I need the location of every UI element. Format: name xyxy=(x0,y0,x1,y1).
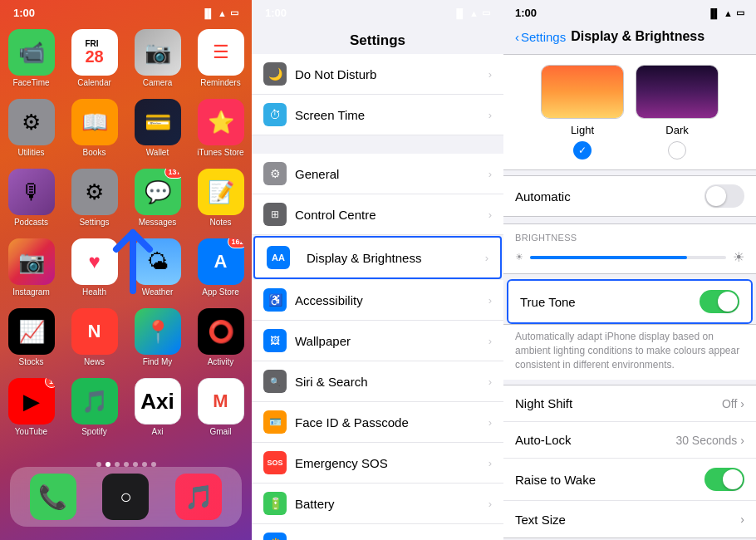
home-screen: 1:00 ▐▌ ▲ ▭ 📹 FaceTime FRI28 Calendar 📷 … xyxy=(0,0,252,540)
true-tone-label: True Tone xyxy=(520,295,576,309)
display-header: ‹ Settings Display & Brightness xyxy=(503,22,756,49)
light-mode-option[interactable]: Light ✓ xyxy=(541,65,624,160)
app-calendar[interactable]: FRI28 Calendar xyxy=(70,29,120,87)
text-size-value: › xyxy=(740,513,744,526)
appearance-section: Light ✓ Dark xyxy=(503,54,756,170)
app-notes[interactable]: 📝 Notes xyxy=(196,169,246,227)
dark-unselected-indicator xyxy=(668,141,686,160)
settings-row-faceid[interactable]: 🪪 Face ID & Passcode › xyxy=(252,402,503,443)
settings-row-privacy[interactable]: 🖐 Privacy › xyxy=(252,524,503,540)
settings-row-accessibility[interactable]: ♿ Accessibility › xyxy=(252,280,503,321)
battery-icon: ▭ xyxy=(482,7,490,18)
battery-row-icon: 🔋 xyxy=(263,492,287,515)
settings-time: 1:00 xyxy=(265,7,287,19)
dock-mirror[interactable]: ○ xyxy=(102,474,149,520)
display-status-bar: 1:00 ▐▌ ▲ ▭ xyxy=(503,0,756,22)
light-preview-image xyxy=(542,66,623,118)
settings-row-general[interactable]: ⚙ General › xyxy=(252,154,503,194)
app-books[interactable]: 📖 Books xyxy=(70,99,120,157)
home-status-bar: 1:00 ▐▌ ▲ ▭ xyxy=(0,0,252,22)
faceid-icon: 🪪 xyxy=(263,410,287,434)
app-wallet[interactable]: 💳 Wallet xyxy=(133,99,183,157)
tutorial-arrow xyxy=(83,208,166,307)
app-youtube[interactable]: ▶ 1 YouTube xyxy=(7,378,56,436)
true-tone-row[interactable]: True Tone xyxy=(507,279,753,324)
wifi-icon: ▲ xyxy=(218,8,227,18)
app-instagram[interactable]: 📷 Instagram xyxy=(7,238,56,297)
wifi-icon: ▲ xyxy=(469,8,479,18)
battery-icon: ▭ xyxy=(230,7,238,18)
brightness-low-icon: ☀ xyxy=(515,252,523,263)
app-utilities[interactable]: ⚙ Utilities xyxy=(7,99,56,157)
settings-title: Settings xyxy=(350,32,405,48)
automatic-toggle[interactable] xyxy=(704,184,744,208)
app-itunes[interactable]: ⭐ iTunes Store xyxy=(196,99,246,157)
brightness-slider[interactable]: ☀ ☀ xyxy=(515,249,744,265)
dark-preview xyxy=(636,65,719,119)
donotdisturb-icon: 🌙 xyxy=(263,62,287,86)
chevron-icon: › xyxy=(488,376,492,388)
brightness-section-label: BRIGHTNESS xyxy=(515,233,744,243)
dock-phone[interactable]: 📞 xyxy=(30,474,76,520)
display-time: 1:00 xyxy=(515,7,537,19)
app-facetime[interactable]: 📹 FaceTime xyxy=(7,29,56,87)
chevron-icon: › xyxy=(488,335,492,347)
controlcentre-icon: ⊞ xyxy=(263,203,287,226)
dock-music[interactable]: 🎵 xyxy=(175,474,222,520)
dark-mode-option[interactable]: Dark xyxy=(636,65,719,160)
chevron-icon: › xyxy=(485,252,488,264)
brightness-high-icon: ☀ xyxy=(733,249,744,265)
display-status-icons: ▐▌ ▲ ▭ xyxy=(708,7,744,19)
app-news[interactable]: N News xyxy=(70,308,120,366)
chevron-icon: › xyxy=(488,168,492,180)
settings-status-bar: 1:00 ▐▌ ▲ ▭ xyxy=(252,0,503,22)
app-appstore[interactable]: A 162 App Store xyxy=(196,238,246,297)
settings-rows-container: 🌙 Do Not Disturb › ⏱ Screen Time › ⚙ Gen… xyxy=(252,54,503,540)
settings-row-controlcentre[interactable]: ⊞ Control Centre › xyxy=(252,194,503,235)
light-selected-indicator: ✓ xyxy=(573,141,592,160)
automatic-label: Automatic xyxy=(515,189,571,204)
general-icon: ⚙ xyxy=(263,162,287,185)
screentime-icon: ⏱ xyxy=(263,103,287,126)
chevron-icon: › xyxy=(740,513,744,526)
back-button[interactable]: ‹ Settings xyxy=(515,30,566,44)
raise-to-wake-row[interactable]: Raise to Wake xyxy=(503,459,756,501)
app-findmy[interactable]: 📍 Find My xyxy=(133,308,183,366)
chevron-icon: › xyxy=(488,457,492,469)
settings-row-displaybrightness[interactable]: AA Display & Brightness › xyxy=(253,236,502,279)
chevron-icon: › xyxy=(740,397,744,410)
settings-row-emergencysos[interactable]: SOS Emergency SOS › xyxy=(252,443,503,484)
settings-row-donotdisturb[interactable]: 🌙 Do Not Disturb › xyxy=(252,54,503,95)
signal-icon: ▐▌ xyxy=(708,8,721,18)
display-brightness-panel: 1:00 ▐▌ ▲ ▭ ‹ Settings Display & Brightn… xyxy=(503,0,756,540)
home-time: 1:00 xyxy=(13,7,35,19)
app-axi[interactable]: Axi Axi xyxy=(133,378,183,436)
auto-lock-row[interactable]: Auto-Lock 30 Seconds › xyxy=(503,422,756,459)
light-label: Light xyxy=(571,124,594,136)
wallpaper-icon: 🖼 xyxy=(263,329,287,352)
settings-row-wallpaper[interactable]: 🖼 Wallpaper › xyxy=(252,321,503,361)
app-reminders[interactable]: ☰ Reminders xyxy=(196,29,246,87)
app-camera[interactable]: 📷 Camera xyxy=(133,29,183,87)
accessibility-icon: ♿ xyxy=(263,288,287,312)
app-spotify[interactable]: 🎵 Spotify xyxy=(70,378,120,436)
raise-to-wake-toggle[interactable] xyxy=(704,468,744,491)
app-stocks[interactable]: 📈 Stocks xyxy=(7,308,56,366)
settings-row-battery[interactable]: 🔋 Battery › xyxy=(252,484,503,524)
settings-panel: 1:00 ▐▌ ▲ ▭ Settings 🌙 Do Not Disturb › … xyxy=(252,0,503,540)
text-size-row[interactable]: Text Size › xyxy=(503,501,756,538)
app-activity[interactable]: ⭕ Activity xyxy=(196,308,246,366)
true-tone-toggle[interactable] xyxy=(700,290,739,313)
settings-row-screentime[interactable]: ⏱ Screen Time › xyxy=(252,95,503,135)
battery-icon: ▭ xyxy=(736,7,744,18)
brightness-section: BRIGHTNESS ☀ ☀ xyxy=(503,223,756,274)
signal-icon: ▐▌ xyxy=(454,8,467,18)
app-podcasts[interactable]: 🎙 Podcasts xyxy=(7,169,56,227)
settings-row-sirisearch[interactable]: 🔍 Siri & Search › xyxy=(252,361,503,402)
chevron-icon: › xyxy=(488,416,492,429)
app-gmail[interactable]: M Gmail xyxy=(196,378,246,436)
night-shift-row[interactable]: Night Shift Off › xyxy=(503,385,756,422)
privacy-icon: 🖐 xyxy=(263,533,287,540)
brightness-track xyxy=(530,256,726,259)
wifi-icon: ▲ xyxy=(724,8,733,18)
